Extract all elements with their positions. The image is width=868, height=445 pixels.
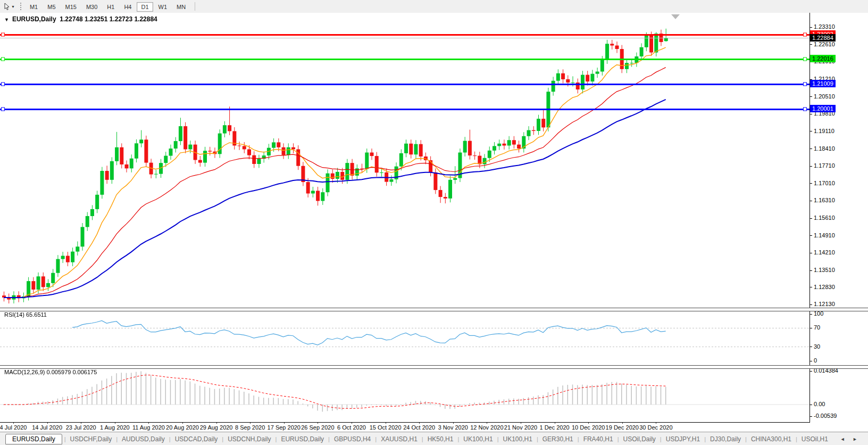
timeframe-buttons: M1M5M15M30H1H4D1W1MN [25, 2, 190, 11]
time-axis-label: 21 Nov 2020 [504, 424, 537, 431]
price-axis-tick: 1.22610 [810, 41, 835, 47]
time-axis-label: 19 Dec 2020 [606, 424, 639, 431]
line-handle[interactable] [1, 108, 5, 111]
main-chart-panel: ▼EURUSD,Daily 1.22748 1.23251 1.22723 1.… [0, 13, 868, 308]
time-axis-label: 30 Dec 2020 [639, 424, 672, 431]
time-axis[interactable]: 4 Jul 202014 Jul 202023 Jul 20201 Aug 20… [0, 423, 868, 432]
time-axis-line[interactable] [0, 422, 810, 423]
price-label-1.22016: 1.22016 [810, 55, 836, 62]
time-axis-label: 20 Aug 2020 [166, 424, 199, 431]
time-axis-label: 10 Dec 2020 [572, 424, 605, 431]
price-axis-tick: 1.15610 [810, 215, 835, 221]
chart-tab-USDCAD-Daily[interactable]: USDCAD,Daily [171, 434, 222, 444]
candlestick-canvas[interactable] [0, 13, 809, 308]
line-handle[interactable] [803, 33, 807, 37]
price-axis-tick: 1.17010 [810, 180, 835, 186]
timeframe-button-MN[interactable]: MN [172, 2, 190, 12]
line-handle[interactable] [803, 83, 807, 86]
time-axis-label: 15 Oct 2020 [370, 424, 402, 431]
price-axis-tick: 1.14910 [810, 232, 835, 238]
cursor-tool-button[interactable]: ▼ [2, 1, 16, 12]
horizontal-line-1.22016[interactable] [0, 59, 809, 60]
chart-title: ▼EURUSD,Daily 1.22748 1.23251 1.22723 1.… [4, 15, 157, 23]
chart-tab-EURUSD-Daily[interactable]: EURUSD,Daily [5, 434, 62, 444]
chart-tab-USOil-Daily[interactable]: USOil,Daily [619, 434, 660, 444]
timeframe-button-M30[interactable]: M30 [82, 2, 102, 12]
time-axis-label: 8 Sep 2020 [235, 424, 265, 431]
cursor-icon [4, 3, 10, 10]
price-axis-tick: 1.20510 [810, 93, 835, 100]
timeframe-button-H4[interactable]: H4 [120, 2, 136, 12]
price-axis-tick: 1.14210 [810, 249, 835, 256]
price-axis-tick: 1.12130 [810, 301, 835, 307]
time-axis-label: 14 Jul 2020 [32, 424, 62, 431]
line-handle[interactable] [803, 108, 807, 111]
timeframe-button-M1[interactable]: M1 [26, 2, 42, 12]
rsi-label: RSI(14) 65.6511 [4, 311, 47, 318]
time-axis-label: 17 Sep 2020 [268, 424, 301, 431]
rsi-axis-tick: 70 [810, 324, 820, 331]
tab-scroll-arrows[interactable]: ◄ ► [840, 436, 861, 442]
macd-canvas[interactable] [0, 367, 809, 422]
chart-tab-AUDUSD-Daily[interactable]: AUDUSD,Daily [118, 434, 169, 444]
chart-shift-marker[interactable] [671, 14, 680, 19]
price-axis-line[interactable] [809, 13, 810, 422]
toolbar-separator [195, 2, 195, 11]
line-handle[interactable] [1, 33, 5, 37]
horizontal-line-1.21009[interactable] [0, 84, 809, 85]
chevron-down-icon: ▼ [11, 5, 15, 9]
timeframe-button-M5[interactable]: M5 [43, 2, 60, 12]
price-axis-tick: 1.12830 [810, 284, 835, 290]
rsi-canvas[interactable] [0, 310, 809, 365]
chart-tab-CHINA300-H1[interactable]: CHINA300,H1 [747, 434, 796, 444]
time-axis-label: 12 Nov 2020 [470, 424, 503, 431]
chart-tab-GER30-H1[interactable]: GER30,H1 [538, 434, 578, 444]
time-axis-label: 6 Oct 2020 [337, 424, 366, 431]
rsi-axis-tick: 30 [810, 343, 820, 350]
macd-axis-tick: -0.00539 [810, 413, 837, 419]
chart-tab-USDCNH-Daily[interactable]: USDCNH,Daily [223, 434, 275, 444]
panel-divider-rsi[interactable] [0, 308, 868, 311]
horizontal-line-1.20001[interactable] [0, 109, 809, 110]
price-axis-tick: 1.19110 [810, 128, 834, 134]
price-axis-tick: 1.23310 [810, 23, 835, 30]
chart-tab-EURUSD-Daily[interactable]: EURUSD,Daily [277, 434, 328, 444]
line-handle[interactable] [1, 83, 5, 86]
line-handle[interactable] [803, 57, 807, 61]
symbol-label: EURUSD,Daily [12, 15, 56, 23]
chart-tab-FRA40-H1[interactable]: FRA40,H1 [579, 434, 617, 444]
timeframe-button-M15[interactable]: M15 [61, 2, 81, 12]
chart-tab-UK100-H1[interactable]: UK100,H1 [459, 434, 497, 444]
timeframe-button-D1[interactable]: D1 [137, 2, 153, 12]
time-axis-label: 1 Dec 2020 [539, 424, 569, 431]
price-axis-tick: 1.16310 [810, 197, 835, 203]
timeframe-button-H1[interactable]: H1 [103, 2, 119, 12]
horizontal-line-1.23002[interactable] [0, 34, 809, 36]
chart-tab-UK100-H1[interactable]: UK100,H1 [499, 434, 537, 444]
panel-divider-macd[interactable] [0, 365, 868, 369]
time-axis-label: 24 Oct 2020 [403, 424, 435, 431]
chart-tab-HK50-H1[interactable]: HK50,H1 [423, 434, 458, 444]
time-axis-label: 26 Sep 2020 [301, 424, 334, 431]
timeframe-button-W1[interactable]: W1 [154, 2, 172, 12]
price-label-1.21009: 1.21009 [810, 80, 836, 87]
ohlc-values: 1.22748 1.23251 1.22723 1.22884 [60, 15, 157, 23]
chart-tab-GBPUSD-H4[interactable]: GBPUSD,H4 [330, 434, 375, 444]
price-axis-tick: 1.13510 [810, 267, 835, 273]
chart-tab-USDCHF-Daily[interactable]: USDCHF,Daily [66, 434, 116, 444]
mt4-window: ▼ M1M5M15M30H1H4D1W1MN ▼EURUSD,Daily 1.2… [0, 0, 868, 445]
line-handle[interactable] [1, 57, 5, 61]
macd-label: MACD(12,26,9) 0.005979 0.006175 [4, 369, 97, 375]
chart-tab-DJ30-Daily[interactable]: DJ30,Daily [706, 434, 745, 444]
time-axis-label: 3 Nov 2020 [438, 424, 468, 431]
chart-tab-XAUUSD-H1[interactable]: XAUUSD,H1 [377, 434, 422, 444]
chart-tab-USDJPY-H1[interactable]: USDJPY,H1 [662, 434, 704, 444]
time-axis-label: 4 Jul 2020 [0, 424, 27, 431]
time-axis-label: 29 Aug 2020 [200, 424, 233, 431]
chart-tab-USOil-H1[interactable]: USOil,H1 [797, 434, 832, 444]
price-axis-tick: 1.18410 [810, 145, 835, 152]
chart-tab-bar: EURUSD,Daily|USDCHF,Daily|AUDUSD,Daily|U… [0, 432, 868, 445]
time-axis-label: 11 Aug 2020 [132, 424, 165, 431]
price-axis-tick: 1.17710 [810, 162, 835, 169]
toolbar-grip [20, 2, 22, 11]
